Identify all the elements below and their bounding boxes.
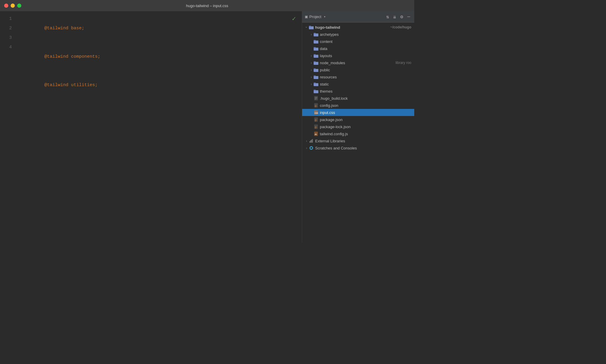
panel-dropdown-arrow[interactable]: ▾ — [324, 15, 326, 19]
svg-rect-19 — [314, 90, 316, 91]
tree-root[interactable]: › hugo-tailwind ~/code/hugo — [302, 24, 414, 31]
svg-text:{}: {} — [315, 105, 317, 107]
chevron-scratches: › — [304, 146, 309, 150]
line-numbers: 1 2 3 4 — [0, 14, 15, 243]
checkmark-icon: ✓ — [292, 15, 296, 23]
svg-rect-2 — [314, 33, 318, 36]
panel-minimize-button[interactable]: — — [406, 14, 411, 20]
folder-icon-data — [313, 46, 319, 51]
tree-item-layouts[interactable]: › layouts — [302, 52, 414, 59]
icon-external-libraries — [309, 139, 314, 143]
svg-text:{}: {} — [315, 119, 317, 121]
svg-rect-7 — [314, 47, 316, 48]
tree-item-scratches[interactable]: › Scratches and Consoles — [302, 144, 414, 152]
scratches-label: Scratches and Consoles — [315, 146, 411, 150]
file-icon-hugo-build-lock — [313, 96, 319, 100]
svg-text:{}: {} — [315, 126, 317, 128]
file-icon-package-json: {} — [313, 117, 319, 122]
folder-icon-node-modules — [313, 61, 319, 65]
chevron-static: › — [309, 82, 313, 86]
folder-icon-layouts — [313, 54, 319, 58]
tree-item-static[interactable]: › static — [302, 80, 414, 88]
config-json-label: config.json — [320, 103, 411, 108]
svg-text:JS: JS — [315, 133, 317, 135]
code-line-3: @tailwind utilities; — [18, 71, 302, 99]
tailwind-config-js-label: tailwind.config.js — [320, 132, 411, 136]
tree-item-hugo-build-lock[interactable]: › .hugo_build.lock — [302, 95, 414, 102]
tree-item-archetypes[interactable]: › archetypes — [302, 31, 414, 38]
svg-point-39 — [310, 147, 312, 149]
svg-rect-37 — [312, 139, 313, 143]
tree-item-data[interactable]: › data — [302, 45, 414, 52]
archetypes-label: archetypes — [320, 32, 411, 37]
panel-header: ▣ Project ▾ ⇅ ⇊ ⚙ — — [302, 11, 414, 22]
tree-item-content[interactable]: › content — [302, 38, 414, 45]
code-line-4 — [18, 99, 302, 109]
svg-rect-14 — [314, 76, 318, 79]
node-modules-subtitle: library roo — [396, 61, 411, 65]
tree-item-external-libraries[interactable]: › External Libraries — [302, 137, 414, 144]
panel-project-icon: ▣ — [305, 14, 307, 19]
svg-rect-10 — [314, 62, 318, 65]
file-icon-package-lock-json: {} — [313, 125, 319, 129]
file-icon-config-json: {} — [313, 103, 319, 107]
code-area[interactable]: @tailwind base; @tailwind components; @t… — [15, 14, 302, 243]
package-json-label: package.json — [320, 117, 411, 122]
maximize-button[interactable] — [17, 4, 21, 8]
at-keyword-2: @tailwind — [44, 54, 68, 59]
project-panel: ▣ Project ▾ ⇅ ⇊ ⚙ — › hugo-tailwind ~/co… — [302, 11, 414, 243]
svg-rect-4 — [314, 41, 318, 44]
svg-rect-9 — [314, 54, 316, 55]
tree-item-tailwind-config-js[interactable]: › JS tailwind.config.js — [302, 130, 414, 137]
external-libraries-label: External Libraries — [315, 139, 411, 143]
main-container: 1 2 3 4 @tailwind base; @tailwind compon… — [0, 11, 414, 243]
chevron-root: › — [304, 25, 309, 29]
tree-item-public[interactable]: › public — [302, 66, 414, 73]
svg-rect-13 — [314, 68, 316, 69]
chevron-public: › — [309, 68, 313, 72]
static-label: static — [320, 82, 411, 86]
svg-text:CSS: CSS — [315, 112, 318, 114]
window-title: hugo-tailwind – input.css — [186, 4, 228, 8]
root-folder-icon — [309, 25, 314, 29]
tree-item-themes[interactable]: › themes — [302, 88, 414, 95]
themes-label: themes — [320, 89, 411, 94]
tree-item-input-css[interactable]: › CSS input.css — [302, 109, 414, 116]
svg-rect-18 — [314, 90, 318, 93]
folder-icon-public — [313, 68, 319, 72]
svg-rect-1 — [309, 26, 311, 27]
svg-rect-15 — [314, 75, 316, 76]
tree-item-package-json[interactable]: › {} package.json — [302, 116, 414, 123]
chevron-external-libraries: › — [304, 139, 309, 143]
chevron-node-modules: › — [309, 61, 313, 65]
data-label: data — [320, 46, 411, 51]
editor-content: 1 2 3 4 @tailwind base; @tailwind compon… — [0, 11, 302, 243]
input-css-label: input.css — [320, 110, 411, 115]
tree-item-node-modules[interactable]: › node_modules library roo — [302, 59, 414, 66]
close-button[interactable] — [4, 4, 8, 8]
panel-settings-button[interactable]: ⚙ — [399, 13, 404, 20]
file-icon-tailwind-config-js: JS — [313, 132, 319, 136]
svg-rect-11 — [314, 61, 316, 62]
node-modules-label: node_modules — [320, 61, 393, 65]
package-lock-json-label: package-lock.json — [320, 125, 411, 129]
svg-rect-35 — [310, 140, 311, 143]
panel-filter-button[interactable]: ⇅ — [385, 13, 390, 20]
title-bar: hugo-tailwind – input.css — [0, 0, 414, 11]
svg-rect-16 — [314, 83, 318, 86]
svg-rect-36 — [311, 140, 312, 143]
svg-rect-8 — [314, 55, 318, 58]
editor-area[interactable]: 1 2 3 4 @tailwind base; @tailwind compon… — [0, 11, 302, 243]
resources-label: resources — [320, 75, 411, 79]
panel-collapse-button[interactable]: ⇊ — [392, 13, 397, 20]
tree-item-config-json[interactable]: › {} config.json — [302, 102, 414, 109]
folder-icon-themes — [313, 89, 319, 93]
tree-item-resources[interactable]: › resources — [302, 73, 414, 80]
folder-icon-static — [313, 82, 319, 86]
chevron-layouts: › — [309, 54, 313, 58]
file-tree[interactable]: › hugo-tailwind ~/code/hugo › — [302, 22, 414, 243]
public-label: public — [320, 68, 411, 72]
minimize-button[interactable] — [11, 4, 15, 8]
tree-item-package-lock-json[interactable]: › {} package-lock.json — [302, 123, 414, 130]
content-label: content — [320, 39, 411, 44]
